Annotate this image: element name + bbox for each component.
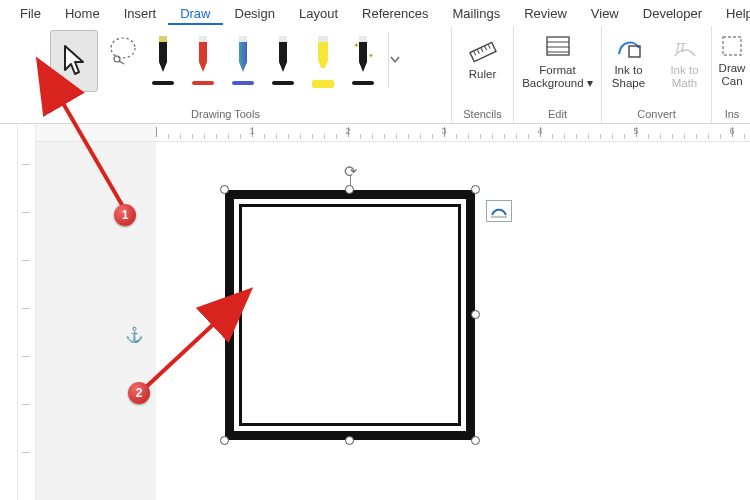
highlighter-icon bbox=[311, 32, 335, 80]
resize-handle-s[interactable] bbox=[345, 436, 354, 445]
highlighter-yellow[interactable] bbox=[308, 32, 338, 88]
stroke-preview bbox=[352, 80, 374, 86]
svg-rect-16 bbox=[352, 81, 374, 85]
stroke-preview bbox=[312, 80, 334, 88]
draw-canvas-l2: Can bbox=[721, 75, 742, 87]
stroke-preview bbox=[152, 80, 174, 86]
svg-rect-13 bbox=[359, 36, 367, 42]
stroke-preview bbox=[192, 80, 214, 86]
hruler-margin-pad bbox=[36, 124, 156, 142]
ink-to-math-button[interactable]: π Ink toMath bbox=[660, 30, 710, 90]
menu-home[interactable]: Home bbox=[53, 2, 112, 25]
group-label-ins: Ins bbox=[725, 106, 740, 123]
ink-to-math-icon: π bbox=[672, 34, 698, 60]
svg-text:π: π bbox=[675, 38, 686, 55]
resize-handle-nw[interactable] bbox=[220, 185, 229, 194]
cursor-icon bbox=[59, 42, 89, 80]
pen-galaxy[interactable] bbox=[228, 32, 258, 86]
chevron-down-icon bbox=[390, 50, 400, 70]
pen-icon: ✦✦ bbox=[351, 32, 375, 80]
pen-black-2[interactable] bbox=[268, 32, 298, 86]
menu-developer[interactable]: Developer bbox=[631, 2, 714, 25]
svg-line-2 bbox=[119, 61, 124, 64]
svg-rect-5 bbox=[199, 36, 207, 42]
svg-text:✦: ✦ bbox=[353, 41, 360, 50]
ruler-icon bbox=[468, 34, 498, 64]
pen-red[interactable] bbox=[188, 32, 218, 86]
svg-rect-10 bbox=[272, 81, 294, 85]
group-label-drawing-tools: Drawing Tools bbox=[191, 106, 260, 123]
menu-design[interactable]: Design bbox=[223, 2, 287, 25]
svg-rect-11 bbox=[318, 36, 328, 42]
lasso-icon bbox=[106, 34, 140, 68]
selected-shape-square[interactable]: ⟳ bbox=[225, 190, 475, 440]
group-convert: Ink toShape π Ink toMath Convert bbox=[602, 26, 712, 123]
vertical-ruler[interactable] bbox=[18, 124, 36, 500]
menu-review[interactable]: Review bbox=[512, 2, 579, 25]
svg-line-19 bbox=[477, 49, 479, 54]
resize-handle-se[interactable] bbox=[471, 436, 480, 445]
draw-canvas-l1: Draw bbox=[719, 62, 746, 74]
ink-shape-l2: Shape bbox=[612, 77, 645, 89]
drawing-canvas-button[interactable]: DrawCan bbox=[714, 30, 750, 88]
select-tool-button[interactable] bbox=[50, 30, 98, 92]
group-edit: FormatBackground ▾ Edit bbox=[514, 26, 602, 123]
layout-options-icon bbox=[490, 204, 508, 218]
svg-point-0 bbox=[111, 38, 135, 58]
pen-icon bbox=[191, 32, 215, 80]
svg-rect-8 bbox=[232, 81, 254, 85]
menu-layout[interactable]: Layout bbox=[287, 2, 350, 25]
horizontal-ruler[interactable]: 123456 bbox=[156, 124, 750, 142]
ink-to-shape-icon bbox=[615, 34, 643, 60]
pen-gallery: ✦✦ bbox=[148, 30, 402, 88]
pen-icon bbox=[231, 32, 255, 80]
ribbon: ✦✦ Drawing Tools Ruler Stencils bbox=[0, 26, 750, 124]
format-background-button[interactable]: FormatBackground ▾ bbox=[518, 30, 598, 90]
menu-mailings[interactable]: Mailings bbox=[441, 2, 513, 25]
resize-handle-n[interactable] bbox=[345, 185, 354, 194]
svg-line-18 bbox=[473, 51, 475, 56]
group-label-convert: Convert bbox=[637, 106, 676, 123]
menu-references[interactable]: References bbox=[350, 2, 440, 25]
stroke-preview bbox=[232, 80, 254, 86]
pen-black[interactable] bbox=[148, 32, 178, 86]
shape-inner-border bbox=[239, 204, 461, 426]
group-label-stencils: Stencils bbox=[463, 106, 502, 123]
menu-help[interactable]: Help bbox=[714, 2, 750, 25]
menu-view[interactable]: View bbox=[579, 2, 631, 25]
pen-gallery-more[interactable] bbox=[388, 32, 402, 88]
resize-handle-sw[interactable] bbox=[220, 436, 229, 445]
svg-rect-4 bbox=[152, 81, 174, 85]
resize-handle-w[interactable] bbox=[220, 310, 229, 319]
ink-to-shape-button[interactable]: Ink toShape bbox=[604, 30, 654, 90]
ink-math-l1: Ink to bbox=[670, 64, 698, 76]
pen-icon bbox=[271, 32, 295, 80]
resize-handle-e[interactable] bbox=[471, 310, 480, 319]
menu-draw[interactable]: Draw bbox=[168, 2, 222, 25]
menu-file[interactable]: File bbox=[8, 2, 53, 25]
svg-line-22 bbox=[488, 44, 490, 49]
svg-rect-3 bbox=[159, 36, 167, 42]
ruler-button[interactable]: Ruler bbox=[458, 30, 508, 81]
resize-handle-ne[interactable] bbox=[471, 185, 480, 194]
anchor-icon: ⚓ bbox=[125, 326, 144, 344]
drawing-canvas-icon bbox=[720, 34, 744, 58]
stroke-preview bbox=[272, 80, 294, 86]
group-insert-cut: DrawCan Ins bbox=[712, 26, 750, 123]
lasso-tool-button[interactable] bbox=[104, 30, 142, 88]
svg-rect-7 bbox=[239, 36, 247, 42]
svg-rect-29 bbox=[723, 37, 741, 55]
pen-sparkle[interactable]: ✦✦ bbox=[348, 32, 378, 86]
pen-icon bbox=[151, 32, 175, 80]
menu-bar: File Home Insert Draw Design Layout Refe… bbox=[0, 0, 750, 26]
svg-line-21 bbox=[484, 46, 486, 51]
format-bg-l1: Format bbox=[539, 64, 575, 76]
menu-insert[interactable]: Insert bbox=[112, 2, 169, 25]
svg-rect-12 bbox=[312, 80, 334, 88]
annotation-badge-2: 2 bbox=[128, 382, 150, 404]
ink-shape-l1: Ink to bbox=[614, 64, 642, 76]
layout-options-button[interactable] bbox=[486, 200, 512, 222]
format-bg-l2: Background bbox=[522, 77, 583, 89]
svg-rect-6 bbox=[192, 81, 214, 85]
svg-text:✦: ✦ bbox=[368, 52, 374, 59]
